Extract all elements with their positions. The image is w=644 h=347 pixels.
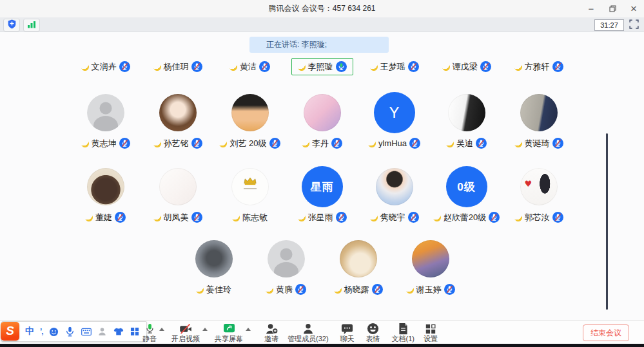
participant-name-line: 黄洁: [229, 58, 270, 75]
participant-name-line: 赵欣蕾20级: [433, 209, 500, 226]
banana-icon: [514, 139, 523, 148]
expand-arrow-button[interactable]: [200, 321, 210, 344]
toolbar-button-settings[interactable]: 设置: [424, 321, 438, 344]
participant-tile[interactable]: 方雅轩: [503, 58, 575, 75]
crown-caption: [244, 188, 257, 189]
banana-icon: [195, 285, 204, 294]
participant-tile[interactable]: ♥ 郭芯汝: [503, 168, 575, 226]
person-icon[interactable]: [97, 326, 108, 337]
emoji-face-icon[interactable]: [49, 326, 59, 337]
avatar: [412, 240, 449, 277]
participant-name-line: 李照璇: [291, 58, 353, 75]
participant-tile[interactable]: 姜佳玲: [178, 240, 250, 298]
close-button[interactable]: ×: [629, 4, 639, 14]
participant-tile[interactable]: 李照璇: [286, 58, 358, 75]
participant-tile[interactable]: 董婕: [70, 168, 142, 226]
participant-name-line: 孙艺铭: [153, 135, 202, 152]
banana-icon: [81, 139, 90, 148]
avatar: 0级: [446, 166, 487, 207]
participant-name: 董婕: [95, 212, 112, 223]
meeting-security-button[interactable]: [3, 19, 20, 32]
toolbar-button-members[interactable]: 管理成员(32): [288, 321, 329, 344]
mic-muted-icon: [191, 138, 202, 149]
mic-muted-icon: [408, 61, 419, 72]
participant-name: 黄洁: [240, 61, 257, 73]
participant-tile[interactable]: Y ylmHua: [358, 94, 431, 152]
toolbar-button-screen-share[interactable]: 共享屏幕: [215, 321, 243, 344]
ime-bar[interactable]: S 中 ’,: [1, 321, 147, 342]
banana-icon: [84, 213, 93, 222]
participant-tile[interactable]: 胡凤美: [142, 168, 214, 226]
avatar: [159, 94, 197, 131]
participant-name: 孙艺铭: [164, 138, 189, 149]
participant-tile[interactable]: 0级 赵欣蕾20级: [431, 168, 503, 226]
participant-tile[interactable]: 文润卉: [70, 58, 142, 75]
restore-button[interactable]: [607, 4, 618, 14]
keyboard-icon[interactable]: [81, 326, 92, 337]
participant-name: 王梦瑶: [380, 61, 405, 73]
participant-tile[interactable]: 杨晓露: [322, 240, 395, 298]
toolbar-button-document[interactable]: 文档(1): [392, 321, 415, 344]
participant-tile[interactable]: 隽晓宇: [358, 168, 431, 226]
participant-tile[interactable]: 星雨 张星雨: [286, 168, 358, 226]
avatar: 星雨: [302, 166, 343, 207]
expand-arrow-button[interactable]: [243, 321, 253, 344]
participant-tile[interactable]: 谭戊梁: [431, 58, 503, 75]
expand-arrow-button[interactable]: [157, 321, 166, 344]
participant-name: 杨晓露: [344, 284, 369, 295]
avatar: [231, 168, 269, 205]
toolbar-button-label: 共享屏幕: [215, 335, 243, 342]
avatar: [376, 168, 413, 205]
participant-name-line: 王梦瑶: [370, 58, 419, 75]
mic-muted-icon: [408, 212, 419, 223]
banana-icon: [229, 62, 238, 71]
vertical-scrollbar[interactable]: [606, 133, 608, 310]
participant-tile[interactable]: 黄腾: [250, 240, 322, 298]
fullscreen-icon[interactable]: [629, 19, 639, 30]
participant-tile[interactable]: 王梦瑶: [358, 58, 431, 75]
banana-icon: [442, 62, 451, 71]
toolbar-button-mic-on[interactable]: 静音: [142, 321, 157, 344]
banana-icon: [405, 285, 415, 294]
toolbar-button-camera-off[interactable]: 开启视频: [171, 321, 200, 344]
toolbox-icon[interactable]: [130, 326, 140, 337]
participant-tile[interactable]: 陈志敏: [214, 168, 286, 226]
banana-icon: [369, 62, 378, 71]
participant-tile[interactable]: 孙艺铭: [142, 94, 214, 152]
participants-grid: 正在讲话: 李照璇; 文润卉 杨佳玥 黄洁 李照璇: [0, 32, 644, 320]
toolbar-button-emoji[interactable]: 表情: [366, 321, 380, 344]
banana-icon: [297, 62, 306, 71]
voice-mic-icon[interactable]: [65, 326, 75, 337]
toolbar-button-label: 表情: [366, 335, 380, 342]
participant-name-line: 刘艺 20级: [219, 135, 280, 152]
participant-tile[interactable]: 刘艺 20级: [214, 94, 286, 152]
ime-punctuation-toggle[interactable]: ’,: [40, 327, 43, 336]
end-meeting-button[interactable]: 结束会议: [583, 324, 629, 341]
window-bottom-edge: [0, 344, 644, 347]
sogou-logo-icon[interactable]: S: [1, 322, 19, 341]
ime-language-toggle[interactable]: 中: [25, 326, 34, 337]
participant-name-line: 吴迪: [446, 135, 487, 152]
banana-icon: [153, 213, 162, 222]
participant-tile[interactable]: 杨佳玥: [142, 58, 214, 75]
avatar: ♥: [520, 168, 558, 205]
mic-muted-icon: [269, 138, 280, 149]
network-status-button[interactable]: [23, 19, 40, 32]
skin-icon[interactable]: [113, 326, 124, 337]
participant-name: 李照璇: [308, 61, 333, 73]
participant-tile[interactable]: 李丹: [286, 94, 358, 152]
participant-name: 胡凤美: [164, 212, 189, 223]
participant-tile[interactable]: 黄诞琦: [503, 94, 575, 152]
participant-name: 姜佳玲: [206, 284, 231, 295]
participant-row: 董婕 胡凤美 陈志敏 星雨 张星雨 隽晓宇 0级: [0, 168, 644, 226]
minimize-button[interactable]: −: [586, 4, 596, 14]
banana-icon: [81, 62, 90, 71]
participant-tile[interactable]: 谢玉婷: [395, 240, 467, 298]
toolbar-button-invite[interactable]: 邀请: [264, 321, 278, 344]
participant-tile[interactable]: 黄志坤: [70, 94, 142, 152]
participant-name: 刘艺 20级: [229, 138, 266, 149]
toolbar-button-chat[interactable]: 聊天: [340, 321, 355, 344]
emoji-icon: [367, 323, 379, 335]
participant-tile[interactable]: 吴迪: [431, 94, 503, 152]
participant-tile[interactable]: 黄洁: [214, 58, 286, 75]
